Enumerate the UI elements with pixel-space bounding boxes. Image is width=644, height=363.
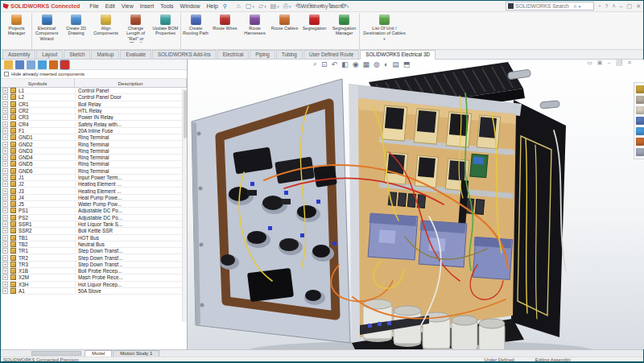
expand-icon[interactable]: + (2, 155, 8, 160)
manager-pane-tab[interactable] (27, 60, 35, 69)
table-row[interactable]: + X2M Mash Probe Rece... (1, 274, 187, 281)
expand-icon[interactable]: + (2, 108, 8, 113)
command-button[interactable]: Route Harnesses (240, 13, 270, 49)
document-tab[interactable]: Motion Study 1 (113, 350, 159, 357)
command-tab[interactable]: Sketch (64, 50, 90, 59)
table-row[interactable]: + GND4 Ring Terminal (1, 155, 187, 161)
expand-icon[interactable]: + (2, 255, 8, 261)
table-row[interactable]: + A1 50A Stove (1, 288, 187, 295)
expand-icon[interactable]: + (2, 148, 8, 154)
command-button[interactable]: Create Routing Path (180, 13, 210, 49)
task-pane-icon[interactable] (636, 148, 644, 156)
command-button[interactable]: Projects Manager (2, 13, 31, 49)
heads-up-icon[interactable]: ◉ (353, 60, 359, 68)
quick-access-button[interactable]: ▤▾ (269, 2, 281, 10)
command-tab[interactable]: User Defined Route (303, 50, 359, 59)
quick-access-button[interactable]: ▢▾ (244, 2, 256, 10)
command-button[interactable]: Update BOM Properties (151, 13, 180, 49)
menu-item[interactable]: Insert (137, 2, 158, 10)
command-tab[interactable]: Tubing (276, 50, 303, 59)
panel-splitter[interactable] (31, 351, 81, 356)
table-row[interactable]: + J3 Heating Element ... (1, 188, 187, 194)
task-pane-icon[interactable] (636, 117, 644, 125)
quick-access-button[interactable]: ↻▾ (327, 2, 338, 10)
heads-up-icon[interactable]: ◐ (384, 60, 388, 68)
window-control-icon[interactable]: ˄ (613, 3, 616, 10)
command-button[interactable]: Segregation (299, 13, 329, 49)
table-row[interactable]: + TB2 Neutral Bus (1, 241, 187, 248)
table-row[interactable]: + J2 Heating Element ... (1, 181, 187, 188)
search-dropdown-icon[interactable]: ▾ (579, 4, 581, 9)
menu-item[interactable]: Edit (102, 2, 118, 10)
table-row[interactable]: + TR2 Step Down Transf... (1, 254, 187, 261)
quick-access-button[interactable]: ↷▾ (306, 2, 317, 10)
expand-icon[interactable]: + (2, 122, 8, 127)
expand-icon[interactable]: + (2, 262, 8, 267)
menu-item[interactable]: File (86, 2, 101, 10)
expand-icon[interactable]: + (2, 288, 8, 294)
table-row[interactable]: + L2 Control Panel Door (1, 94, 187, 101)
task-pane-icon[interactable] (636, 127, 644, 135)
table-row[interactable]: + SSR2 Boil Kettle SSR (1, 228, 187, 234)
manager-pane-tab[interactable] (38, 60, 47, 69)
table-row[interactable]: + TB1 HOT Bus (1, 235, 187, 241)
search-input[interactable] (515, 3, 572, 9)
command-tab[interactable]: Assembly (2, 50, 35, 59)
command-button[interactable]: Segregation Manager (329, 13, 359, 49)
expand-icon[interactable]: + (2, 201, 8, 207)
expand-icon[interactable]: + (2, 128, 8, 134)
expand-icon[interactable]: + (2, 268, 8, 274)
table-row[interactable]: + PS1 Adjustable DC Po... (1, 208, 187, 214)
heads-up-icon[interactable]: ⬒ (403, 60, 411, 68)
table-row[interactable]: + PS2 Adjustable DC Po... (1, 215, 187, 221)
command-tab[interactable]: Markup (91, 50, 119, 59)
table-row[interactable]: + J4 Heat Pump Powe... (1, 195, 187, 201)
table-row[interactable]: + GND6 Ring Terminal (1, 168, 187, 175)
viewport-window-icon[interactable]: ▭ (587, 60, 592, 66)
expand-icon[interactable]: + (2, 142, 8, 147)
heads-up-icon[interactable]: ↶ (332, 60, 338, 68)
quick-access-button[interactable]: ⌖ (318, 2, 326, 10)
manager-pane-tab[interactable] (4, 60, 13, 69)
table-row[interactable]: + J1 Input Power Term... (1, 175, 187, 181)
expand-icon[interactable]: + (2, 215, 8, 221)
expand-icon[interactable]: + (2, 188, 8, 194)
heads-up-icon[interactable]: ⌕ (313, 60, 317, 68)
command-tab[interactable]: Evaluate (120, 50, 151, 59)
task-pane-icon[interactable] (636, 106, 644, 114)
window-control-icon[interactable]: ▢ (627, 3, 633, 10)
table-row[interactable]: + GND3 Ring Terminal (1, 148, 187, 155)
table-row[interactable]: + F1 20A Inline Fuse (1, 128, 187, 134)
expand-icon[interactable]: + (2, 235, 8, 241)
expand-icon[interactable]: + (2, 181, 8, 187)
viewport-window-icon[interactable]: – (607, 60, 610, 66)
table-row[interactable]: + CR4 Safety Relay with... (1, 121, 187, 127)
quick-access-button[interactable]: ⌂ (235, 2, 243, 10)
table-row[interactable]: + GND1 Ring Terminal (1, 134, 187, 141)
table-row[interactable]: + X1B Boil Probe Recep... (1, 268, 187, 274)
manager-pane-tab[interactable] (49, 60, 58, 69)
expand-icon[interactable]: + (2, 168, 8, 174)
window-control-icon[interactable]: ? (605, 3, 609, 10)
command-button[interactable]: Route Wires (210, 13, 240, 49)
hide-inserted-checkbox[interactable] (4, 72, 9, 76)
table-row[interactable]: + TR3 Step Down Transf... (1, 262, 187, 268)
table-row[interactable]: + SSR1 Hot Liquor Tank S... (1, 221, 187, 228)
command-button[interactable]: Create 2D Drawing (61, 13, 91, 49)
menu-item[interactable]: View (118, 2, 137, 10)
expand-icon[interactable]: + (2, 221, 8, 227)
heads-up-icon[interactable]: ▦ (363, 60, 370, 68)
command-button[interactable]: Align Components (91, 13, 121, 49)
window-control-icon[interactable]: ✕ (636, 3, 641, 10)
command-tab[interactable]: Layout (36, 50, 63, 59)
table-row[interactable]: + GND5 Ring Terminal (1, 161, 187, 167)
viewport-window-icon[interactable]: ✕ (627, 60, 632, 66)
expand-icon[interactable]: + (2, 195, 8, 200)
task-pane-icon[interactable] (636, 138, 644, 146)
expand-icon[interactable]: + (2, 248, 8, 254)
manager-pane-tab[interactable] (60, 60, 69, 69)
menu-item[interactable]: Tools (157, 2, 176, 10)
command-tab[interactable]: SOLIDWORKS Electrical 3D (360, 50, 436, 60)
command-button[interactable]: Electrical Component Wizard (31, 13, 61, 49)
quick-access-button[interactable]: ↶▾ (294, 2, 305, 10)
